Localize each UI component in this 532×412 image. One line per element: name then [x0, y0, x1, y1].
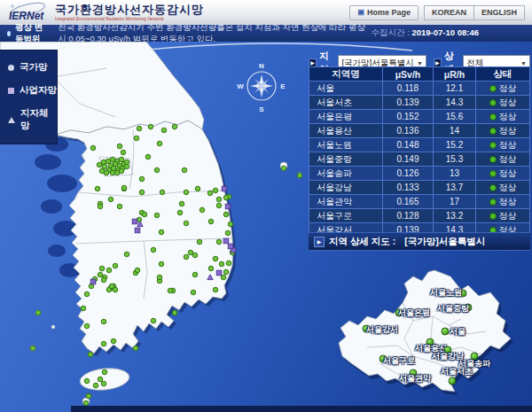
- station-marker-national[interactable]: [90, 145, 96, 151]
- station-marker-national[interactable]: [160, 190, 165, 195]
- station-marker-national[interactable]: [101, 341, 106, 346]
- station-marker-national[interactable]: [139, 190, 145, 195]
- station-marker-national[interactable]: [281, 166, 286, 171]
- table-row[interactable]: 서울서초0.13914.3정상: [309, 96, 530, 110]
- station-marker-national[interactable]: [223, 212, 229, 217]
- station-marker-national[interactable]: [154, 167, 160, 173]
- station-marker-national[interactable]: [133, 346, 138, 351]
- station-marker-national[interactable]: [192, 272, 198, 277]
- table-row[interactable]: 서울관악0.16517정상: [309, 195, 530, 209]
- station-marker-national[interactable]: [101, 277, 106, 283]
- english-button[interactable]: ENGLISH: [473, 5, 525, 20]
- station-marker-national[interactable]: [88, 352, 93, 357]
- station-marker-national[interactable]: [97, 162, 102, 167]
- station-marker-national[interactable]: [219, 261, 224, 267]
- sidebar-item-local-gov[interactable]: 지자체망: [0, 102, 57, 137]
- station-marker-national[interactable]: [84, 323, 90, 329]
- station-marker-national[interactable]: [177, 210, 183, 215]
- station-marker-national[interactable]: [184, 190, 189, 195]
- sidebar-item-national[interactable]: 국가망: [0, 56, 57, 79]
- station-marker-national[interactable]: [226, 260, 231, 266]
- station-marker-national[interactable]: [200, 207, 205, 213]
- station-marker-national[interactable]: [84, 292, 90, 297]
- home-page-button[interactable]: ▣ Home Page: [349, 5, 419, 20]
- station-marker-national[interactable]: [30, 346, 35, 351]
- sidebar-item-operator[interactable]: 사업자망: [0, 79, 57, 102]
- station-marker-national[interactable]: [98, 377, 103, 382]
- station-marker-national[interactable]: [228, 222, 233, 227]
- station-marker-national[interactable]: [124, 164, 129, 169]
- station-marker-national[interactable]: [191, 290, 196, 295]
- station-marker-national[interactable]: [207, 190, 213, 196]
- station-marker-operator[interactable]: [135, 228, 140, 233]
- table-row[interactable]: 서울중랑0.14915.3정상: [309, 152, 530, 167]
- station-marker-national[interactable]: [102, 369, 107, 375]
- station-marker-national[interactable]: [161, 128, 167, 133]
- station-marker-national[interactable]: [121, 185, 127, 190]
- table-row[interactable]: 서울용산0.13614정상: [309, 124, 530, 138]
- station-marker-national[interactable]: [124, 252, 129, 257]
- station-marker-operator[interactable]: [90, 279, 96, 284]
- station-marker-operator[interactable]: [132, 219, 137, 224]
- station-marker-national[interactable]: [157, 141, 162, 146]
- station-marker-operator[interactable]: [228, 244, 233, 249]
- table-row[interactable]: 서울송파0.12613정상: [309, 167, 530, 181]
- station-marker-national[interactable]: [216, 203, 222, 208]
- station-marker-national[interactable]: [111, 338, 116, 344]
- station-marker-national[interactable]: [101, 319, 106, 324]
- station-marker-national[interactable]: [81, 306, 86, 311]
- station-marker-national[interactable]: [172, 310, 177, 315]
- station-marker-operator[interactable]: [225, 204, 231, 209]
- table-row[interactable]: 서울구로0.12813.2정상: [309, 209, 530, 223]
- station-marker-national[interactable]: [213, 256, 218, 261]
- station-marker-national[interactable]: [151, 247, 156, 253]
- station-marker-national[interactable]: [99, 266, 105, 271]
- station-marker-national[interactable]: [213, 287, 218, 292]
- station-marker-national[interactable]: [139, 176, 145, 182]
- station-marker-national[interactable]: [151, 318, 156, 323]
- station-marker-national[interactable]: [154, 213, 160, 218]
- station-marker-national[interactable]: [216, 197, 222, 202]
- district-marker[interactable]: [442, 328, 450, 336]
- station-marker-national[interactable]: [142, 212, 147, 217]
- station-marker-national[interactable]: [108, 197, 113, 202]
- station-marker-national[interactable]: [86, 393, 91, 399]
- station-marker-national[interactable]: [208, 219, 214, 224]
- station-marker-national[interactable]: [195, 186, 200, 191]
- station-marker-national[interactable]: [83, 400, 89, 406]
- station-marker-national[interactable]: [184, 221, 189, 226]
- korean-button[interactable]: KOREAN: [424, 5, 473, 20]
- station-marker-operator[interactable]: [223, 238, 229, 244]
- station-marker-national[interactable]: [95, 186, 100, 191]
- station-marker-operator[interactable]: [222, 186, 227, 191]
- station-marker-national[interactable]: [117, 144, 122, 149]
- station-marker-national[interactable]: [135, 268, 140, 273]
- station-marker-national[interactable]: [101, 381, 106, 386]
- station-marker-national[interactable]: [106, 268, 112, 273]
- station-marker-operator[interactable]: [216, 270, 222, 276]
- station-marker-national[interactable]: [148, 124, 153, 129]
- station-marker-national[interactable]: [134, 136, 139, 141]
- station-marker-national[interactable]: [223, 269, 229, 275]
- table-row[interactable]: 서울0.11812.1정상: [309, 82, 530, 96]
- district-marker[interactable]: [449, 377, 457, 385]
- station-marker-national[interactable]: [145, 154, 151, 159]
- station-marker-national[interactable]: [113, 263, 118, 268]
- table-row[interactable]: 서울강남0.13313.7정상: [309, 181, 530, 195]
- station-marker-national[interactable]: [104, 170, 109, 175]
- station-marker-national[interactable]: [225, 230, 231, 236]
- station-marker-national[interactable]: [172, 124, 177, 129]
- station-marker-national[interactable]: [93, 383, 98, 388]
- station-marker-national[interactable]: [119, 168, 124, 174]
- station-marker-national[interactable]: [121, 150, 126, 155]
- station-marker-national[interactable]: [197, 239, 202, 245]
- table-row[interactable]: 서울은평0.15215.6정상: [309, 110, 530, 124]
- station-marker-national[interactable]: [84, 378, 90, 384]
- station-marker-national[interactable]: [109, 284, 114, 289]
- station-marker-national[interactable]: [159, 261, 164, 267]
- iernet-logo[interactable]: IERNet: [7, 2, 48, 23]
- station-marker-national[interactable]: [223, 195, 229, 200]
- station-marker-national[interactable]: [35, 310, 41, 315]
- station-marker-national[interactable]: [297, 173, 302, 178]
- station-marker-national[interactable]: [192, 253, 198, 258]
